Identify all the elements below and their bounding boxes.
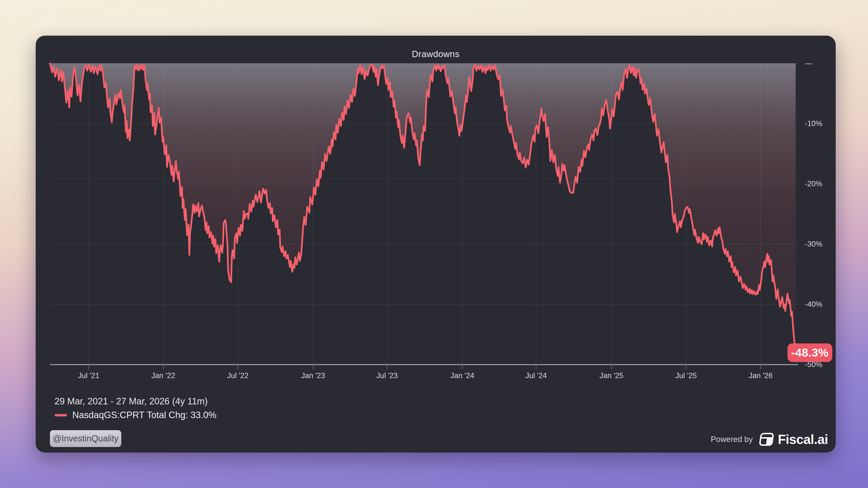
y-axis-label: — <box>805 59 834 68</box>
x-axis-label: Jul '21 <box>69 371 108 380</box>
x-axis-label: Jul '25 <box>667 371 705 380</box>
current-value-badge: -48.3% <box>787 344 832 362</box>
y-axis-label: -30% <box>805 239 834 249</box>
chart-legend: 29 Mar, 2021 - 27 Mar, 2026 (4y 11m) Nas… <box>55 396 217 420</box>
powered-by-label: Powered by <box>711 435 753 444</box>
fiscal-logo-icon <box>759 432 774 446</box>
legend-series-row: NasdaqGS:CPRT Total Chg: 33.0% <box>55 410 217 420</box>
brand-label: Fiscal.ai <box>778 432 828 447</box>
x-axis-label: Jan '25 <box>592 371 631 380</box>
chart-title: Drawdowns <box>36 49 836 59</box>
y-axis-label: -10% <box>805 119 834 128</box>
series-label: NasdaqGS:CPRT Total Chg: 33.0% <box>72 410 217 420</box>
series-color-dash-icon <box>55 414 67 416</box>
x-axis-label: Jan '23 <box>294 371 333 380</box>
x-axis-label: Jul '22 <box>218 371 257 380</box>
y-axis-label: -40% <box>805 299 834 309</box>
x-axis-label: Jan '26 <box>741 371 780 380</box>
powered-by-row: Powered by Fiscal.ai <box>711 431 828 448</box>
watermark-chip: @InvestinQuality <box>50 430 121 447</box>
x-axis-label: Jan '24 <box>443 371 482 380</box>
drawdown-chart[interactable] <box>36 36 836 453</box>
x-axis-label: Jul '23 <box>368 371 406 380</box>
x-axis-label: Jan '22 <box>144 371 183 380</box>
y-axis-label: -20% <box>805 179 834 189</box>
x-axis-label: Jul '24 <box>517 371 556 380</box>
date-range-label: 29 Mar, 2021 - 27 Mar, 2026 (4y 11m) <box>55 396 217 406</box>
chart-card: Drawdowns —-10%-20%-30%-40%-50% Jul '21J… <box>36 36 836 453</box>
